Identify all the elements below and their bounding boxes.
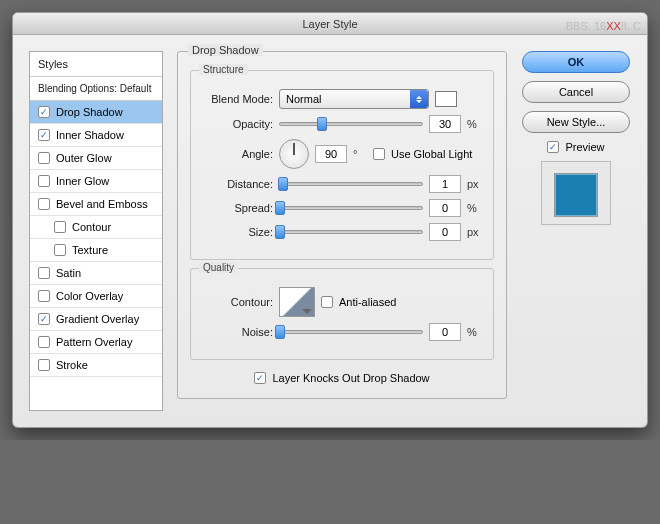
sidebar-item-contour[interactable]: Contour [30,216,162,239]
sidebar-item-label: Bevel and Emboss [56,198,148,210]
sidebar-checkbox[interactable] [38,175,50,187]
group-title: Drop Shadow [188,44,263,56]
sidebar-item-outer-glow[interactable]: Outer Glow [30,147,162,170]
angle-dial[interactable] [279,139,309,169]
size-label: Size: [203,226,273,238]
sidebar-item-inner-glow[interactable]: Inner Glow [30,170,162,193]
antialiased-label: Anti-aliased [339,296,396,308]
sidebar-checkbox[interactable] [38,198,50,210]
spread-label: Spread: [203,202,273,214]
sidebar-item-label: Stroke [56,359,88,371]
knockout-label: Layer Knocks Out Drop Shadow [272,372,429,384]
sidebar-checkbox[interactable] [54,221,66,233]
chevron-updown-icon [410,90,428,108]
structure-title: Structure [199,64,248,75]
antialiased-checkbox[interactable] [321,296,333,308]
blend-mode-select[interactable]: Normal [279,89,429,109]
sidebar-checkbox[interactable] [38,129,50,141]
preview-label: Preview [565,141,604,153]
sidebar-checkbox[interactable] [38,267,50,279]
opacity-label: Opacity: [203,118,273,130]
use-global-label: Use Global Light [391,148,472,160]
sidebar-item-color-overlay[interactable]: Color Overlay [30,285,162,308]
sidebar-checkbox[interactable] [38,313,50,325]
distance-input[interactable]: 1 [429,175,461,193]
sidebar-checkbox[interactable] [38,336,50,348]
sidebar-header[interactable]: Styles [30,52,162,77]
noise-input[interactable]: 0 [429,323,461,341]
sidebar-checkbox[interactable] [38,290,50,302]
angle-input[interactable]: 90 [315,145,347,163]
sidebar-item-label: Contour [72,221,111,233]
noise-slider[interactable] [279,325,423,339]
size-slider[interactable] [279,225,423,239]
knockout-checkbox[interactable] [254,372,266,384]
effect-panel: Drop Shadow Structure Blend Mode: Normal… [177,51,507,411]
blending-options-item[interactable]: Blending Options: Default [30,77,162,101]
contour-label: Contour: [203,296,273,308]
distance-slider[interactable] [279,177,423,191]
sidebar-item-label: Pattern Overlay [56,336,132,348]
use-global-checkbox[interactable] [373,148,385,160]
sidebar-item-stroke[interactable]: Stroke [30,354,162,377]
sidebar-checkbox[interactable] [38,106,50,118]
sidebar-item-label: Inner Glow [56,175,109,187]
sidebar-item-label: Texture [72,244,108,256]
sidebar-item-label: Inner Shadow [56,129,124,141]
angle-label: Angle: [203,148,273,160]
sidebar-item-pattern-overlay[interactable]: Pattern Overlay [30,331,162,354]
blend-mode-label: Blend Mode: [203,93,273,105]
cancel-button[interactable]: Cancel [522,81,630,103]
sidebar-item-bevel-and-emboss[interactable]: Bevel and Emboss [30,193,162,216]
sidebar-item-label: Color Overlay [56,290,123,302]
ok-button[interactable]: OK [522,51,630,73]
sidebar-item-label: Outer Glow [56,152,112,164]
sidebar-item-label: Drop Shadow [56,106,123,118]
quality-title: Quality [199,262,238,273]
sidebar-item-label: Satin [56,267,81,279]
opacity-slider[interactable] [279,117,423,131]
sidebar-checkbox[interactable] [54,244,66,256]
noise-label: Noise: [203,326,273,338]
spread-slider[interactable] [279,201,423,215]
sidebar-item-label: Gradient Overlay [56,313,139,325]
new-style-button[interactable]: New Style... [522,111,630,133]
sidebar-item-gradient-overlay[interactable]: Gradient Overlay [30,308,162,331]
watermark: BBS. 16XX8. C [566,15,641,37]
shadow-color-swatch[interactable] [435,91,457,107]
sidebar-item-texture[interactable]: Texture [30,239,162,262]
sidebar-item-drop-shadow[interactable]: Drop Shadow [30,101,162,124]
sidebar-item-satin[interactable]: Satin [30,262,162,285]
sidebar-checkbox[interactable] [38,152,50,164]
distance-label: Distance: [203,178,273,190]
preview-box [541,161,611,225]
size-input[interactable]: 0 [429,223,461,241]
layer-style-dialog: Layer Style BBS. 16XX8. C Styles Blendin… [12,12,648,428]
window-title: Layer Style [302,18,357,30]
preview-checkbox[interactable] [547,141,559,153]
spread-input[interactable]: 0 [429,199,461,217]
opacity-input[interactable]: 30 [429,115,461,133]
sidebar-item-inner-shadow[interactable]: Inner Shadow [30,124,162,147]
sidebar-checkbox[interactable] [38,359,50,371]
styles-sidebar: Styles Blending Options: Default Drop Sh… [29,51,163,411]
contour-picker[interactable] [279,287,315,317]
right-panel: OK Cancel New Style... Preview [521,51,631,411]
titlebar: Layer Style BBS. 16XX8. C [13,13,647,35]
preview-swatch [554,173,598,217]
